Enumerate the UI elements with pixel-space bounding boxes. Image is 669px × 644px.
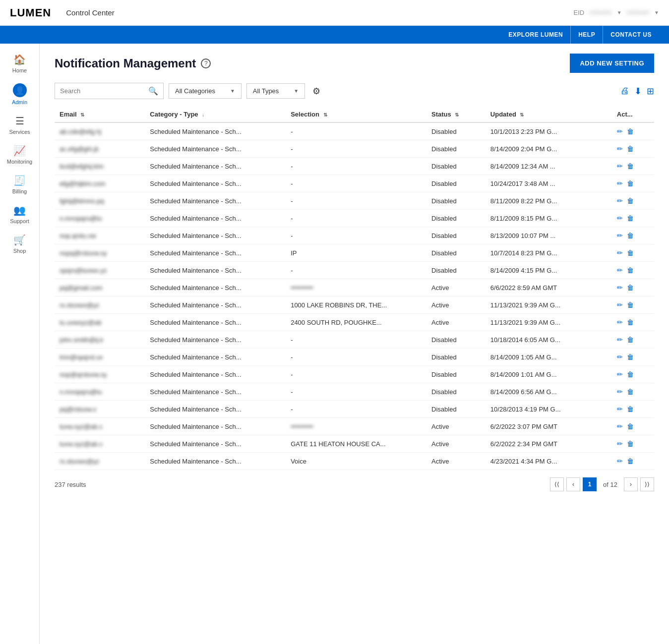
cell-status: Disabled	[426, 140, 486, 158]
edit-icon[interactable]: ✏	[617, 145, 623, 153]
edit-icon[interactable]: ✏	[617, 284, 623, 292]
edit-icon[interactable]: ✏	[617, 197, 623, 205]
sidebar-item-services[interactable]: ☰ Services	[0, 110, 39, 140]
cell-actions: ✏ 🗑	[612, 366, 654, 383]
edit-icon[interactable]: ✏	[617, 266, 623, 274]
table-row: nop@qrstuvw.xy Scheduled Maintenance - S…	[55, 366, 654, 383]
delete-icon[interactable]: 🗑	[627, 370, 634, 378]
edit-icon[interactable]: ✏	[617, 440, 623, 448]
sidebar-item-home[interactable]: 🏠 Home	[0, 49, 39, 78]
account-dropdown-arrow[interactable]: ▼	[654, 10, 659, 15]
cell-category-type: Scheduled Maintenance - Sch...	[145, 210, 286, 227]
cell-status: Disabled	[426, 158, 486, 175]
delete-icon[interactable]: 🗑	[627, 336, 634, 344]
edit-icon[interactable]: ✏	[617, 162, 623, 170]
grid-icon[interactable]: ⊞	[647, 86, 654, 97]
filter-icon[interactable]: ⚙	[312, 86, 320, 97]
status-sort-icon: ⇅	[455, 112, 459, 117]
col-updated[interactable]: Updated ⇅	[486, 107, 612, 122]
sidebar-item-support[interactable]: 👥 Support	[0, 199, 39, 229]
cell-email: rs.stuvwx@yz	[55, 453, 145, 470]
delete-icon[interactable]: 🗑	[627, 197, 634, 205]
cell-selection: -	[286, 401, 426, 418]
cell-email: opqrs@tuvwx.yz	[55, 262, 145, 279]
edit-icon[interactable]: ✏	[617, 388, 623, 396]
edit-icon[interactable]: ✏	[617, 336, 623, 344]
sidebar-item-billing[interactable]: 🧾 Billing	[0, 170, 39, 199]
first-page-button[interactable]: ⟨⟨	[550, 477, 564, 491]
delete-icon[interactable]: 🗑	[627, 266, 634, 274]
edit-icon[interactable]: ✏	[617, 318, 623, 326]
delete-icon[interactable]: 🗑	[627, 405, 634, 413]
edit-icon[interactable]: ✏	[617, 232, 623, 239]
delete-icon[interactable]: 🗑	[627, 353, 634, 361]
delete-icon[interactable]: 🗑	[627, 422, 634, 430]
edit-icon[interactable]: ✏	[617, 179, 623, 187]
help-link[interactable]: HELP	[571, 26, 603, 44]
search-box[interactable]: 🔍	[55, 83, 164, 99]
last-page-button[interactable]: ⟩⟩	[640, 477, 654, 491]
current-page-button[interactable]: 1	[583, 477, 597, 491]
cell-selection: 2400 SOUTH RD, POUGHKE...	[286, 314, 426, 331]
cell-actions: ✏ 🗑	[612, 158, 654, 175]
cell-email: nop.qrstu.vw	[55, 227, 145, 244]
delete-icon[interactable]: 🗑	[627, 301, 634, 309]
cell-actions: ✏ 🗑	[612, 210, 654, 227]
cell-status: Disabled	[426, 383, 486, 401]
col-category-type[interactable]: Category - Type ↓	[145, 107, 286, 122]
edit-icon[interactable]: ✏	[617, 370, 623, 378]
delete-icon[interactable]: 🗑	[627, 179, 634, 187]
edit-icon[interactable]: ✏	[617, 301, 623, 309]
sidebar-item-monitoring[interactable]: 📈 Monitoring	[0, 140, 39, 170]
toolbar: 🔍 All Categories ▼ All Types ▼ ⚙ 🖨 ⬇ ⊞	[55, 83, 654, 99]
col-selection[interactable]: Selection ⇅	[286, 107, 426, 122]
help-tooltip-icon[interactable]: ?	[201, 59, 211, 68]
types-dropdown[interactable]: All Types ▼	[246, 83, 305, 99]
cell-email: ac.efg@ghi.jk	[55, 140, 145, 158]
col-status[interactable]: Status ⇅	[426, 107, 486, 122]
cell-status: Disabled	[426, 349, 486, 366]
categories-dropdown[interactable]: All Categories ▼	[169, 83, 242, 99]
print-icon[interactable]: 🖨	[620, 86, 629, 96]
prev-page-button[interactable]: ‹	[566, 477, 580, 491]
edit-icon[interactable]: ✏	[617, 422, 623, 430]
delete-icon[interactable]: 🗑	[627, 249, 634, 257]
download-icon[interactable]: ⬇	[634, 86, 642, 97]
sidebar-item-billing-label: Billing	[12, 188, 27, 194]
delete-icon[interactable]: 🗑	[627, 162, 634, 170]
cell-actions: ✏ 🗑	[612, 331, 654, 349]
delete-icon[interactable]: 🗑	[627, 318, 634, 326]
edit-icon[interactable]: ✏	[617, 249, 623, 257]
sidebar-item-shop[interactable]: 🛒 Shop	[0, 229, 39, 259]
delete-icon[interactable]: 🗑	[627, 127, 634, 135]
delete-icon[interactable]: 🗑	[627, 388, 634, 396]
search-input[interactable]	[60, 87, 148, 95]
explore-lumen-link[interactable]: EXPLORE LUMEN	[501, 26, 571, 44]
cell-email: rs.stuvwx@yz	[55, 296, 145, 314]
contact-us-link[interactable]: CONTACT US	[603, 26, 659, 44]
delete-icon[interactable]: 🗑	[627, 232, 634, 239]
col-email[interactable]: Email ⇅	[55, 107, 145, 122]
eid-dropdown-arrow[interactable]: ▼	[617, 10, 622, 15]
edit-icon[interactable]: ✏	[617, 127, 623, 135]
cell-updated: 10/7/2014 8:23 PM G...	[486, 244, 612, 262]
cell-updated: 10/24/2017 3:48 AM ...	[486, 175, 612, 192]
edit-icon[interactable]: ✏	[617, 214, 623, 222]
delete-icon[interactable]: 🗑	[627, 440, 634, 448]
table-row: rs.stuvwx@yz Scheduled Maintenance - Sch…	[55, 453, 654, 470]
edit-icon[interactable]: ✏	[617, 457, 623, 465]
delete-icon[interactable]: 🗑	[627, 145, 634, 153]
cell-selection: -	[286, 122, 426, 140]
delete-icon[interactable]: 🗑	[627, 284, 634, 292]
delete-icon[interactable]: 🗑	[627, 214, 634, 222]
add-new-setting-button[interactable]: ADD NEW SETTING	[570, 54, 654, 73]
table-row: tuvw.xyz@ab.c Scheduled Maintenance - Sc…	[55, 435, 654, 453]
edit-icon[interactable]: ✏	[617, 353, 623, 361]
search-icon: 🔍	[148, 86, 158, 96]
edit-icon[interactable]: ✏	[617, 405, 623, 413]
delete-icon[interactable]: 🗑	[627, 457, 634, 465]
sidebar-item-admin[interactable]: 👤 Admin	[0, 78, 39, 110]
app-title: Control Center	[66, 8, 573, 17]
sidebar-item-admin-label: Admin	[12, 99, 27, 105]
next-page-button[interactable]: ›	[624, 477, 638, 491]
